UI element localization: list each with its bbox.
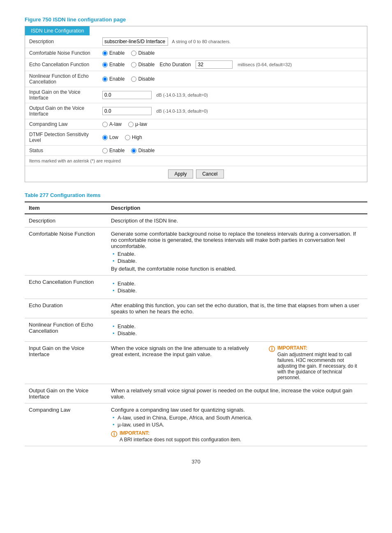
radio-dtmf: Low High [102, 134, 364, 140]
radio-alaw[interactable]: A-law [102, 121, 122, 127]
bullet-nfe-enable: Enable. [111, 323, 363, 329]
desc-input-gain: When the voice signals on the line atten… [107, 342, 367, 384]
label-nonlinear: Nonlinear Function of Echo Cancellation [25, 71, 99, 87]
label-dtmf: DTMF Detection Sensitivity Level [25, 130, 99, 146]
important-text-gain: Gain adjustment might lead to call failu… [277, 352, 363, 380]
footnote: Items marked with an asterisk (*) are re… [25, 155, 367, 166]
hint-description: A string of 0 to 80 characters. [172, 39, 231, 44]
hint-output-gain: dB (-14.0-13.9, default=0) [156, 109, 208, 114]
apply-button[interactable]: Apply [168, 169, 193, 178]
left-input-gain: When the voice signals on the line atten… [111, 345, 261, 380]
radio-nonlinear-disable[interactable]: Disable [131, 76, 154, 82]
desc-echo-duration: After enabling this function, you can se… [107, 299, 367, 318]
two-col-input-gain: When the voice signals on the line atten… [111, 345, 363, 380]
desc-echo-cancel: Enable. Disable. [107, 276, 367, 299]
bullet-cnf-enable: Enable. [111, 251, 363, 257]
important-box-companding: ⓘ IMPORTANT: A BRI interface does not su… [111, 430, 363, 443]
input-description[interactable] [102, 37, 168, 46]
radio-echo-cancel-disable[interactable]: Disable [131, 62, 154, 67]
col-header-description: Description [107, 202, 367, 214]
item-comfortable-noise: Comfortable Noise Function [25, 227, 107, 276]
right-important-gain: ⓘ IMPORTANT: Gain adjustment might lead … [269, 345, 363, 380]
table-row-description: Description Description of the ISDN line… [25, 214, 367, 227]
desc-output-gain: When a relatively small voice signal pow… [107, 384, 367, 403]
important-icon-companding: ⓘ [111, 431, 117, 438]
row-status: Status Enable Disable [25, 146, 367, 156]
desc-companding: Configure a companding law used for quan… [107, 403, 367, 446]
input-input-gain[interactable] [102, 91, 152, 99]
row-input-gain: Input Gain on the Voice Interface dB (-1… [25, 87, 367, 103]
input-output-gain[interactable] [102, 107, 152, 115]
cancel-button[interactable]: Cancel [196, 169, 224, 178]
radio-status-disable[interactable]: Disable [131, 148, 154, 153]
echo-duration-label: Echo Duration [159, 62, 191, 67]
radio-ulaw[interactable]: µ-law [128, 121, 147, 127]
table-row-echo-cancel: Echo Cancellation Function Enable. Disab… [25, 276, 367, 299]
hint-input-gain: dB (-14.0-13.9, default=0) [156, 93, 208, 97]
button-row: Apply Cancel [25, 166, 367, 182]
important-box-gain: ⓘ IMPORTANT: Gain adjustment might lead … [269, 345, 363, 380]
figure-section: Figure 750 ISDN line configuration page … [25, 16, 367, 182]
table-header-row: Item Description [25, 202, 367, 214]
row-dtmf: DTMF Detection Sensitivity Level Low Hig… [25, 130, 367, 146]
item-nonlinear: Nonlinear Function of Echo Cancellation [25, 318, 107, 342]
radio-comfortable-noise: Enable Disable [102, 50, 364, 56]
important-label-gain: IMPORTANT: [277, 345, 363, 351]
bullet-ulaw: µ-law, used in USA. [111, 422, 363, 428]
important-content-gain: IMPORTANT: Gain adjustment might lead to… [277, 345, 363, 380]
radio-status-enable[interactable]: Enable [102, 148, 125, 153]
radio-dtmf-high[interactable]: High [125, 134, 142, 140]
radio-comfortable-noise-enable[interactable]: Enable [102, 50, 125, 56]
bullet-alaw: A-law, used in China, Europe, Africa, an… [111, 415, 363, 421]
important-content-companding: IMPORTANT: A BRI interface does not supp… [120, 430, 241, 443]
label-description: Description [25, 35, 99, 48]
config-panel: ISDN Line Configuration Description A st… [25, 26, 367, 182]
radio-dtmf-low[interactable]: Low [102, 134, 118, 140]
row-comfortable-noise: Comfortable Noise Function Enable Disabl… [25, 48, 367, 58]
echo-duration-hint: millisecs (0-64, default=32) [238, 62, 292, 67]
radio-echo-cancel-enable[interactable]: Enable [102, 62, 125, 67]
item-input-gain: Input Gain on the Voice Interface [25, 342, 107, 384]
table-section: Table 277 Configuration items Item Descr… [25, 192, 367, 446]
row-companding-law: Companding Law A-law µ-law [25, 119, 367, 130]
row-description: Description A string of 0 to 80 characte… [25, 35, 367, 48]
important-icon-gain: ⓘ [269, 345, 275, 353]
item-output-gain: Output Gain on the Voice Interface [25, 384, 107, 403]
table-title: Table 277 Configuration items [25, 192, 367, 198]
item-echo-cancel: Echo Cancellation Function [25, 276, 107, 299]
desc-nonlinear: Enable. Disable. [107, 318, 367, 342]
config-tab-label: ISDN Line Configuration [25, 26, 90, 35]
table-row-output-gain: Output Gain on the Voice Interface When … [25, 384, 367, 403]
radio-companding-law: A-law µ-law [102, 121, 364, 127]
radio-status: Enable Disable [102, 148, 364, 153]
table-row-input-gain: Input Gain on the Voice Interface When t… [25, 342, 367, 384]
row-output-gain: Output Gain on the Voice Interface dB (-… [25, 103, 367, 119]
bullet-cnf-disable: Disable. [111, 258, 363, 264]
label-comfortable-noise: Comfortable Noise Function [25, 48, 99, 58]
row-nonlinear: Nonlinear Function of Echo Cancellation … [25, 71, 367, 87]
label-output-gain: Output Gain on the Voice Interface [25, 103, 99, 119]
row-echo-cancellation: Echo Cancellation Function Enable Disabl… [25, 58, 367, 71]
bullet-ecf-disable: Disable. [111, 287, 363, 294]
label-input-gain: Input Gain on the Voice Interface [25, 87, 99, 103]
col-header-item: Item [25, 202, 107, 214]
table-row-companding: Companding Law Configure a companding la… [25, 403, 367, 446]
description-table: Item Description Description Description… [25, 202, 367, 446]
radio-comfortable-noise-disable[interactable]: Disable [131, 50, 154, 56]
important-text-companding: A BRI interface does not support this co… [120, 437, 241, 443]
radio-echo-cancel: Enable Disable [102, 62, 154, 67]
desc-description: Description of the ISDN line. [107, 214, 367, 227]
label-status: Status [25, 146, 99, 156]
page-number: 370 [25, 459, 367, 465]
bullet-nfe-disable: Disable. [111, 330, 363, 336]
label-companding-law: Companding Law [25, 119, 99, 130]
item-description: Description [25, 214, 107, 227]
input-echo-duration[interactable] [196, 60, 233, 69]
bullet-ecf-enable: Enable. [111, 280, 363, 287]
desc-comfortable-noise: Generate some comfortable background noi… [107, 227, 367, 276]
table-row-echo-duration: Echo Duration After enabling this functi… [25, 299, 367, 318]
item-echo-duration: Echo Duration [25, 299, 107, 318]
item-companding: Companding Law [25, 403, 107, 446]
radio-nonlinear-enable[interactable]: Enable [102, 76, 125, 82]
table-row-comfortable-noise: Comfortable Noise Function Generate some… [25, 227, 367, 276]
